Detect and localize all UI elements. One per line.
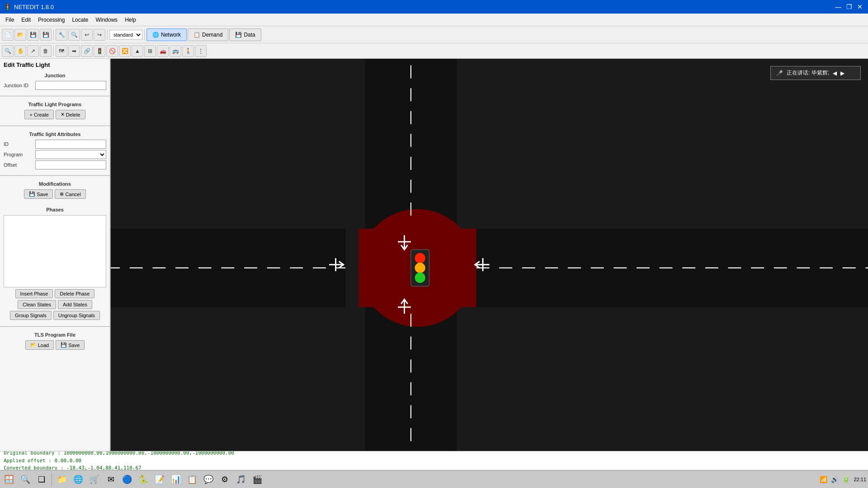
taskbar-excel[interactable]: 📊 (169, 472, 183, 487)
menu-bar: File Edit Processing Locate Windows Help (0, 14, 868, 26)
tray-volume[interactable]: 🔊 (831, 476, 839, 483)
taskbar: 🪟 🔍 ❑ 📁 🌐 🛒 ✉ 🔵 🐍 📝 📊 📋 💬 ⚙ 🎵 🎬 📶 🔊 🔋 22… (0, 470, 868, 488)
taskbar-explorer[interactable]: 📁 (55, 472, 69, 487)
new-button[interactable]: 📄 (2, 29, 14, 41)
group-signals-button[interactable]: Group Signals (10, 311, 52, 320)
tab-network[interactable]: 🌐 Network (146, 28, 187, 41)
taskbar-extra3[interactable]: 🎬 (250, 472, 264, 487)
left-panel: Edit Traffic Light Junction Junction ID … (0, 59, 111, 451)
taskbar-edge[interactable]: 🌐 (71, 472, 85, 487)
app-title: NETEDIT 1.8.0 (14, 4, 54, 10)
phases-row3: Group Signals Ungroup Signals (4, 311, 106, 320)
tab-data[interactable]: 💾 Data (229, 28, 261, 41)
select-tool[interactable]: ↗ (27, 45, 39, 57)
menu-edit[interactable]: Edit (18, 15, 34, 25)
data-icon: 💾 (235, 32, 242, 38)
taskbar-extra2[interactable]: 🎵 (234, 472, 248, 487)
tl-programs-title: Traffic Light Programs (4, 101, 106, 108)
traffic-light-tool[interactable]: 🚦 (94, 45, 105, 57)
left-panel-scroll[interactable]: Junction Junction ID Traffic Light Progr… (0, 69, 110, 451)
demand-icon: 📋 (193, 32, 200, 38)
notify-arrow-right[interactable]: ▶ (840, 70, 844, 76)
network-icon: 🌐 (152, 32, 159, 38)
menu-file[interactable]: File (2, 15, 18, 25)
canvas-area[interactable]: 0 10m 🎤 正在讲话: 毕紫辉; ◀ ▶ (111, 59, 868, 451)
insert-phase-button[interactable]: Insert Phase (15, 289, 53, 298)
save-button[interactable]: 💾 (27, 29, 39, 41)
network-view-btn[interactable]: 🗺 (56, 45, 67, 57)
tls-file-title: TLS Program File (4, 331, 106, 338)
tl-programs-section: Traffic Light Programs + Create ✕ Delete (0, 98, 110, 124)
tl-offset-input[interactable] (35, 160, 106, 169)
modifications-save-button[interactable]: 💾 Save (24, 189, 53, 199)
phases-section: Phases Insert Phase Delete Phase Clean S… (0, 203, 110, 324)
create-program-button[interactable]: + Create (24, 110, 53, 119)
menu-processing[interactable]: Processing (34, 15, 68, 25)
undo-button[interactable]: ↩ (81, 29, 93, 41)
menu-help[interactable]: Help (121, 15, 140, 25)
save-as-button[interactable]: 💾 (40, 29, 52, 41)
crossing-tool[interactable]: 🔀 (119, 45, 131, 57)
minimize-button[interactable]: — (834, 2, 843, 11)
edge-tool[interactable]: ➡ (68, 45, 80, 57)
menu-windows[interactable]: Windows (92, 15, 121, 25)
modifications-cancel-button[interactable]: ⊗ Cancel (55, 189, 85, 199)
create-icon: + (29, 112, 32, 117)
style-select[interactable]: standard (109, 30, 142, 40)
task-view[interactable]: ❑ (34, 472, 49, 487)
vehicle-tool[interactable]: 🚗 (157, 45, 169, 57)
tl-id-input[interactable] (35, 140, 106, 149)
tl-program-select[interactable] (35, 150, 106, 159)
magnify-tool[interactable]: 🔍 (2, 45, 14, 57)
junction-id-label: Junction ID (4, 83, 35, 88)
add-states-button[interactable]: Add States (58, 300, 92, 309)
prohibition-tool[interactable]: 🚫 (106, 45, 118, 57)
clean-states-button[interactable]: Clean States (18, 300, 56, 309)
save-tls-button[interactable]: 💾 Save (56, 340, 85, 350)
tab-demand[interactable]: 📋 Demand (188, 28, 228, 41)
start-button[interactable]: 🪟 (2, 472, 16, 487)
tl-offset-row: Offset (4, 160, 106, 169)
junction-section: Junction Junction ID (0, 69, 110, 94)
zoom-button[interactable]: 🔍 (68, 29, 80, 41)
menu-locate[interactable]: Locate (68, 15, 92, 25)
modifications-buttons: 💾 Save ⊗ Cancel (4, 189, 106, 199)
tls-file-section: TLS Program File 📂 Load 💾 Save (0, 328, 110, 354)
delete-program-button[interactable]: ✕ Delete (56, 110, 85, 119)
person-tool[interactable]: 🚶 (182, 45, 194, 57)
delete-tool[interactable]: 🗑 (40, 45, 52, 57)
taskbar-ppt[interactable]: 📋 (185, 472, 199, 487)
delete-icon: ✕ (61, 112, 65, 117)
maximize-button[interactable]: ❐ (844, 2, 854, 11)
close-button[interactable]: ✕ (855, 2, 864, 11)
ungroup-signals-button[interactable]: Ungroup Signals (53, 311, 100, 320)
taskbar-store[interactable]: 🛒 (87, 472, 102, 487)
taskbar-word[interactable]: 📝 (152, 472, 167, 487)
inspect-button[interactable]: 🔧 (56, 29, 67, 41)
tray-network[interactable]: 📶 (820, 476, 827, 483)
phases-list[interactable] (4, 215, 106, 287)
move-tool[interactable]: ✋ (14, 45, 26, 57)
taskbar-python[interactable]: 🐍 (136, 472, 151, 487)
load-tls-button[interactable]: 📂 Load (25, 340, 54, 350)
extra-tool[interactable]: ⋮ (195, 45, 207, 57)
redo-button[interactable]: ↪ (94, 29, 105, 41)
open-button[interactable]: 📂 (14, 29, 26, 41)
polygon-tool[interactable]: ▲ (132, 45, 143, 57)
load-icon: 📂 (30, 342, 37, 348)
taskbar-teams[interactable]: 💬 (201, 472, 216, 487)
bus-tool[interactable]: 🚌 (170, 45, 181, 57)
taskbar-mail[interactable]: ✉ (104, 472, 118, 487)
grid-tool[interactable]: ⊞ (144, 45, 156, 57)
taskbar-time[interactable]: 22:11 (854, 477, 866, 482)
junction-id-input[interactable] (35, 81, 106, 90)
delete-phase-button[interactable]: Delete Phase (55, 289, 94, 298)
main-content: Edit Traffic Light Junction Junction ID … (0, 59, 868, 451)
title-bar-controls: — ❐ ✕ (834, 2, 864, 11)
taskbar-chrome[interactable]: 🔵 (120, 472, 134, 487)
taskbar-extra1[interactable]: ⚙ (217, 472, 232, 487)
search-taskbar[interactable]: 🔍 (18, 472, 33, 487)
notify-arrow-left[interactable]: ◀ (833, 70, 837, 76)
connection-tool[interactable]: 🔗 (81, 45, 93, 57)
tray-battery[interactable]: 🔋 (842, 476, 850, 483)
